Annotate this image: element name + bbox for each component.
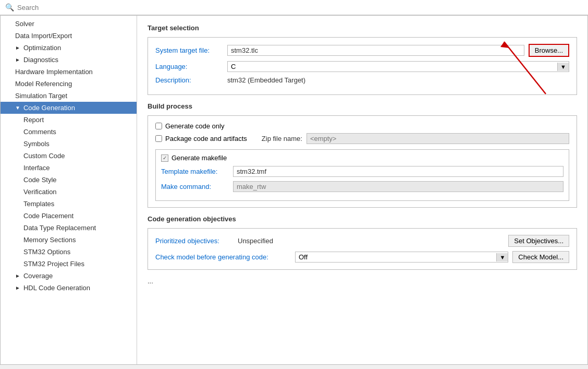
sidebar-item-label: Coverage xyxy=(23,272,53,280)
language-dropdown-btn[interactable]: ▼ xyxy=(557,63,569,71)
make-command-row: Make command: xyxy=(161,181,564,192)
sidebar-item-optimization[interactable]: ► Optimization xyxy=(1,42,137,54)
expand-arrow-icon: ► xyxy=(15,57,20,63)
package-code-label: Package code and artifacts xyxy=(165,135,247,142)
target-selection-box: System target file: Browse... Language: … xyxy=(148,37,577,95)
sidebar-item-label: Model Referencing xyxy=(15,80,72,88)
sidebar-item-label: Data Import/Export xyxy=(15,32,72,40)
sidebar-item-label: Data Type Replacement xyxy=(23,224,96,232)
make-command-label: Make command: xyxy=(161,183,229,191)
main-layout: Solver Data Import/Export ► Optimization… xyxy=(0,15,588,365)
sidebar-item-label: Simulation Target xyxy=(15,92,67,100)
sidebar-item-custom-code[interactable]: Custom Code xyxy=(1,150,137,162)
sidebar-item-code-generation[interactable]: ▼ Code Generation xyxy=(1,102,137,114)
sidebar-item-report[interactable]: Report xyxy=(1,114,137,126)
zip-file-name-input[interactable] xyxy=(307,133,569,144)
system-target-file-input[interactable] xyxy=(227,45,524,56)
sidebar-item-label: Optimization xyxy=(23,44,61,52)
makefile-config-box: ✓ Generate makefile Template makefile: M… xyxy=(155,149,569,201)
search-icon: 🔍 xyxy=(5,3,14,11)
code-gen-objectives-title: Code generation objectives xyxy=(148,215,577,223)
sidebar-item-data-import-export[interactable]: Data Import/Export xyxy=(1,30,137,42)
sidebar-item-symbols[interactable]: Symbols xyxy=(1,138,137,150)
sidebar-item-code-style[interactable]: Code Style xyxy=(1,174,137,186)
sidebar-item-label: Templates xyxy=(23,200,54,208)
sidebar-item-label: Interface xyxy=(23,164,50,172)
sidebar-item-label: STM32 Options xyxy=(23,248,70,256)
sidebar-item-stm32-options[interactable]: STM32 Options xyxy=(1,246,137,258)
generate-makefile-row: ✓ Generate makefile xyxy=(161,154,564,162)
check-model-select[interactable]: ▼ xyxy=(295,252,508,263)
sidebar-item-memory-sections[interactable]: Memory Sections xyxy=(1,234,137,246)
browse-button[interactable]: Browse... xyxy=(529,44,569,57)
code-gen-objectives-box: Prioritized objectives: Unspecified Set … xyxy=(148,228,577,270)
expand-arrow-icon: ► xyxy=(15,273,20,279)
expand-arrow-icon: ► xyxy=(15,285,20,291)
sidebar-item-coverage[interactable]: ► Coverage xyxy=(1,270,137,282)
sidebar-item-diagnostics[interactable]: ► Diagnostics xyxy=(1,54,137,66)
generate-makefile-checkbox[interactable]: ✓ xyxy=(161,154,168,162)
expand-arrow-icon: ► xyxy=(15,45,20,51)
template-makefile-input[interactable] xyxy=(233,166,564,177)
sidebar: Solver Data Import/Export ► Optimization… xyxy=(1,16,137,364)
package-code-row: Package code and artifacts xyxy=(155,135,247,142)
sidebar-item-label: Solver xyxy=(15,20,34,28)
generate-code-only-row: Generate code only xyxy=(155,122,569,130)
sidebar-item-model-referencing[interactable]: Model Referencing xyxy=(1,78,137,90)
language-select[interactable]: ▼ xyxy=(227,61,569,72)
target-selection-title: Target selection xyxy=(148,24,577,32)
sidebar-item-simulation-target[interactable]: Simulation Target xyxy=(1,90,137,102)
sidebar-item-hardware-implementation[interactable]: Hardware Implementation xyxy=(1,66,137,78)
sidebar-item-label: Memory Sections xyxy=(23,236,76,244)
sidebar-item-label: Symbols xyxy=(23,140,50,148)
set-objectives-button[interactable]: Set Objectives... xyxy=(508,235,569,247)
sidebar-item-interface[interactable]: Interface xyxy=(1,162,137,174)
sidebar-item-comments[interactable]: Comments xyxy=(1,126,137,138)
generate-code-only-checkbox[interactable] xyxy=(155,123,162,129)
make-command-input[interactable] xyxy=(233,181,564,192)
check-model-input[interactable] xyxy=(296,252,496,262)
sidebar-item-hdl-code-generation[interactable]: ► HDL Code Generation xyxy=(1,282,137,294)
check-model-row: Check model before generating code: ▼ Ch… xyxy=(155,251,569,263)
check-model-dropdown-btn[interactable]: ▼ xyxy=(496,253,508,261)
sidebar-item-label: STM32 Project Files xyxy=(23,260,84,268)
sidebar-item-label: HDL Code Generation xyxy=(23,284,90,292)
sidebar-item-data-type-replacement[interactable]: Data Type Replacement xyxy=(1,222,137,234)
check-model-label: Check model before generating code: xyxy=(155,253,291,261)
description-row: Description: stm32 (Embedded Target) xyxy=(155,76,569,84)
prioritized-objectives-row: Prioritized objectives: Unspecified Set … xyxy=(155,235,569,247)
sidebar-item-label: Code Style xyxy=(23,176,57,184)
search-input[interactable] xyxy=(17,4,583,11)
sidebar-item-verification[interactable]: Verification xyxy=(1,186,137,198)
check-model-button[interactable]: Check Model... xyxy=(512,251,569,263)
package-code-checkbox[interactable] xyxy=(155,135,162,142)
sidebar-item-label: Code Placement xyxy=(23,212,74,220)
zip-file-name-label: Zip file name: xyxy=(262,135,302,142)
expand-arrow-icon: ▼ xyxy=(15,105,20,111)
sidebar-item-label: Comments xyxy=(23,128,56,136)
sidebar-item-solver[interactable]: Solver xyxy=(1,18,137,30)
content-area: Target selection System target file: Bro… xyxy=(137,16,587,364)
sidebar-item-label: Diagnostics xyxy=(23,56,58,64)
generate-makefile-label: Generate makefile xyxy=(172,154,227,162)
description-value: stm32 (Embedded Target) xyxy=(227,76,569,84)
sidebar-item-code-placement[interactable]: Code Placement xyxy=(1,210,137,222)
ellipsis: ... xyxy=(148,277,577,285)
sidebar-item-label: Code Generation xyxy=(23,104,75,112)
system-target-file-label: System target file: xyxy=(155,46,223,54)
build-process-title: Build process xyxy=(148,102,577,110)
search-bar: 🔍 xyxy=(0,0,588,15)
language-row: Language: ▼ xyxy=(155,61,569,72)
language-label: Language: xyxy=(155,63,223,70)
sidebar-item-templates[interactable]: Templates xyxy=(1,198,137,210)
template-makefile-label: Template makefile: xyxy=(161,168,229,175)
prioritized-objectives-value: Unspecified xyxy=(238,237,504,245)
prioritized-objectives-label: Prioritized objectives: xyxy=(155,237,234,245)
sidebar-item-stm32-project-files[interactable]: STM32 Project Files xyxy=(1,258,137,270)
sidebar-item-label: Report xyxy=(23,116,44,124)
system-target-file-row: System target file: Browse... xyxy=(155,44,569,57)
language-input[interactable] xyxy=(228,62,557,72)
sidebar-item-label: Custom Code xyxy=(23,152,65,160)
template-makefile-row: Template makefile: xyxy=(161,166,564,177)
generate-code-only-label: Generate code only xyxy=(165,122,224,130)
